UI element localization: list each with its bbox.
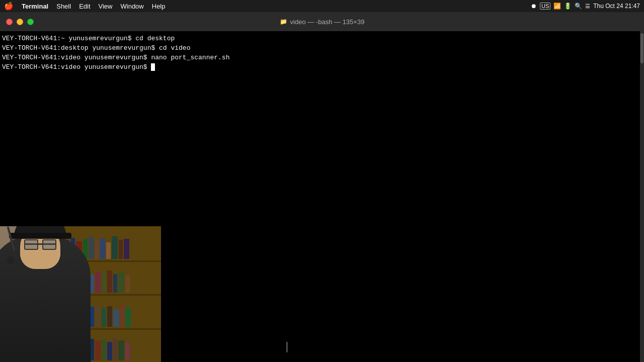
menu-help[interactable]: Help — [148, 0, 170, 12]
menu-terminal[interactable]: Terminal — [18, 0, 52, 12]
wifi-icon[interactable]: 📶 — [553, 3, 561, 10]
terminal-cursor — [151, 63, 155, 71]
webcam-person — [0, 226, 80, 362]
terminal-line-4: VEY-TORCH-V641:video yunusemrevurgun$ — [2, 63, 638, 72]
maximize-button[interactable] — [27, 19, 34, 25]
webcam-overlay — [0, 226, 161, 362]
window-titlebar: 📁 video — -bash — 135×39 — [0, 12, 644, 31]
window-title-text: video — -bash — 135×39 — [290, 18, 365, 26]
terminal-container[interactable]: VEY-TORCH-V641:~ yunusemrevurgun$ cd des… — [0, 31, 644, 362]
menu-edit[interactable]: Edit — [75, 0, 94, 12]
terminal-line-1: VEY-TORCH-V641:~ yunusemrevurgun$ cd des… — [2, 34, 638, 44]
battery-icon[interactable]: 🔋 — [564, 3, 572, 10]
minimize-button[interactable] — [17, 19, 23, 25]
menu-view[interactable]: View — [95, 0, 117, 12]
scrollbar[interactable] — [640, 31, 644, 362]
screen-record-icon[interactable]: ⏺ — [531, 3, 537, 10]
apple-menu[interactable]: 🍎 — [4, 2, 14, 11]
datetime-display: Thu Oct 24 21:47 — [593, 3, 640, 10]
folder-icon: 📁 — [280, 18, 287, 25]
headset-mic — [7, 257, 14, 264]
traffic-lights — [6, 19, 34, 25]
search-icon[interactable]: 🔍 — [575, 3, 582, 10]
menubar: 🍎 Terminal Shell Edit View Window Help ⏺… — [0, 0, 644, 12]
close-button[interactable] — [6, 19, 13, 25]
scrollbar-thumb[interactable] — [640, 33, 643, 63]
notification-icon[interactable]: ☰ — [585, 3, 590, 10]
menu-window[interactable]: Window — [117, 0, 148, 12]
terminal-line-3: VEY-TORCH-V641:video yunusemrevurgun$ na… — [2, 53, 638, 63]
menu-shell[interactable]: Shell — [52, 0, 75, 12]
terminal-window: 📁 video — -bash — 135×39 VEY-TORCH-V641:… — [0, 12, 644, 362]
terminal-line-2: VEY-TORCH-V641:desktop yunusemrevurgun$ … — [2, 44, 638, 53]
window-title: 📁 video — -bash — 135×39 — [280, 18, 365, 26]
person-hat-brim — [9, 233, 71, 239]
keyboard-icon[interactable]: US — [540, 3, 550, 10]
menubar-right: ⏺ US 📶 🔋 🔍 ☰ Thu Oct 24 21:47 — [531, 3, 640, 10]
